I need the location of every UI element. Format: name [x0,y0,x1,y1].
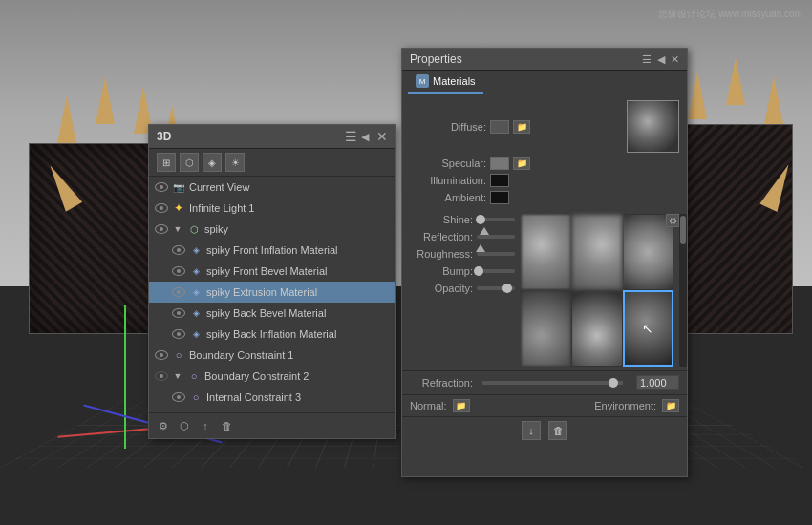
layer-current-view[interactable]: 📷 Current View [149,177,395,198]
layer-spiky-extrusion[interactable]: ◈ spiky Extrusion Material [149,282,395,303]
bottom-add-icon[interactable]: ↑ [197,417,214,434]
specular-file-btn[interactable]: 📁 [513,157,530,170]
prop-specular-label: Specular: [410,158,486,169]
label-current-view: Current View [189,181,249,193]
bottom-settings-icon[interactable]: ⚙ [155,417,172,434]
texture-scrollbar[interactable] [679,214,687,367]
prop-row-illumination: Illumination: [410,174,679,187]
layer-list: 📷 Current View ✦ Infinite Light 1 ▼ ⬡ sp… [149,177,395,425]
eye-spiky-extrusion[interactable] [172,287,185,297]
prop-ambient-label: Ambient: [410,192,486,203]
diffuse-file-btn[interactable]: 📁 [513,120,530,134]
props-close[interactable]: ✕ [671,53,679,66]
shine-track[interactable] [477,218,515,221]
roughness-track[interactable] [477,252,515,256]
constraint-icon-1: ○ [172,348,185,362]
eye-spiky-back-bevel[interactable] [172,308,185,318]
bottom-mesh-icon[interactable]: ⬡ [176,417,193,434]
eye-boundary2[interactable] [155,371,168,381]
eye-spiky[interactable] [155,224,168,234]
layer-spiky-front-bevel[interactable]: ◈ spiky Front Bevel Material [149,261,395,282]
tex-cell-2[interactable] [571,214,622,290]
prop-row-ambient: Ambient: [410,191,679,204]
eye-infinite-light[interactable] [155,203,168,213]
tab-materials-icon: M [416,74,429,88]
spike-2 [96,76,115,124]
action-save-icon[interactable]: ↓ [522,421,541,440]
bottom-delete-icon[interactable]: 🗑 [218,417,235,434]
props-footer: Normal: 📁 Environment: 📁 [402,394,687,416]
layer-spiky-back-bevel[interactable]: ◈ spiky Back Bevel Material [149,303,395,324]
environment-file-btn[interactable]: 📁 [662,399,679,412]
props-collapse[interactable]: ◀ [657,53,665,66]
toolbar-light-icon[interactable]: ☀ [225,153,245,172]
prop-illumination-label: Illumination: [410,175,486,186]
layer-spiky-front-inflation[interactable]: ◈ spiky Front Inflation Material [149,240,395,261]
texture-grid: ↖ [521,214,673,367]
eye-spiky-front-bevel[interactable] [172,266,185,276]
eye-spiky-front-inflation[interactable] [172,245,185,255]
roughness-thumb[interactable] [476,244,485,252]
normal-file-btn[interactable]: 📁 [453,399,470,412]
eye-boundary1[interactable] [155,350,168,360]
toolbar-material-icon[interactable]: ◈ [203,153,222,172]
opacity-track[interactable] [477,286,515,290]
refraction-slider[interactable] [482,381,623,385]
material-thumbnail[interactable] [627,100,679,153]
shine-thumb[interactable] [476,215,485,224]
tex-cell-selected[interactable]: ↖ [623,290,673,367]
ambient-swatch[interactable] [490,191,509,204]
diffuse-swatch[interactable] [490,120,509,134]
illumination-swatch[interactable] [490,174,509,187]
layer-infinite-light[interactable]: ✦ Infinite Light 1 [149,198,395,219]
slider-bump-label: Bump: [410,265,477,277]
panel-3d-menu[interactable]: ☰ [345,129,357,144]
texture-settings-icon[interactable]: ⚙ [666,214,679,227]
panel-3d-collapse[interactable]: ◀ [361,131,369,143]
panel-3d-close[interactable]: ✕ [376,129,388,144]
props-menu[interactable]: ☰ [642,53,652,66]
reflection-thumb[interactable] [480,227,489,235]
tex-cell-4[interactable] [521,290,571,367]
spike-7 [764,76,783,124]
bump-track[interactable] [477,269,515,273]
action-delete-icon[interactable]: 🗑 [548,421,567,440]
label-spiky-extrusion: spiky Extrusion Material [206,286,317,298]
tex-cell-1[interactable] [521,214,571,290]
panel-3d-bottom-toolbar: ⚙ ⬡ ↑ 🗑 [149,412,395,438]
tab-materials[interactable]: M Materials [408,71,483,94]
refraction-label: Refraction: [410,377,477,388]
eye-current-view[interactable] [155,182,168,192]
layer-boundary2[interactable]: ▼ ○ Boundary Constraint 2 [149,366,395,387]
props-header: Properties ☰ ◀ ✕ [402,49,687,71]
slider-reflection: Reflection: [410,231,515,242]
layer-spiky[interactable]: ▼ ⬡ spiky [149,219,395,240]
axis-y [124,305,126,449]
tex-cell-5[interactable] [571,290,622,367]
reflection-track[interactable] [477,235,515,239]
opacity-thumb[interactable] [502,284,512,293]
expand-spiky[interactable]: ▼ [172,223,183,235]
toolbar-scene-icon[interactable]: ⊞ [157,153,176,172]
slider-bump: Bump: [410,265,515,277]
slider-shine-label: Shine: [410,214,477,225]
eye-internal3[interactable] [172,392,185,402]
spike-8 [726,57,745,105]
label-boundary1: Boundary Constraint 1 [189,349,293,361]
layer-spiky-back-inflation[interactable]: ◈ spiky Back Inflation Material [149,324,395,345]
refraction-value-input[interactable] [636,375,679,390]
specular-swatch[interactable] [490,157,509,170]
slider-shine: Shine: [410,214,515,225]
refraction-row: Refraction: [402,370,687,394]
prop-row-diffuse: Diffuse: 📁 [410,100,679,153]
layer-internal3[interactable]: ○ Internal Constraint 3 [149,387,395,408]
layer-boundary1[interactable]: ○ Boundary Constraint 1 [149,345,395,366]
expand-boundary2[interactable]: ▼ [172,370,183,382]
eye-spiky-back-inflation[interactable] [172,329,185,339]
toolbar-mesh-icon[interactable]: ⬡ [180,153,199,172]
constraint-icon-3: ○ [189,390,203,404]
bump-thumb[interactable] [474,266,483,276]
slider-roughness-label: Roughness: [410,248,477,260]
panel-3d-toolbar: ⊞ ⬡ ◈ ☀ [149,149,395,177]
refraction-thumb[interactable] [609,378,618,388]
